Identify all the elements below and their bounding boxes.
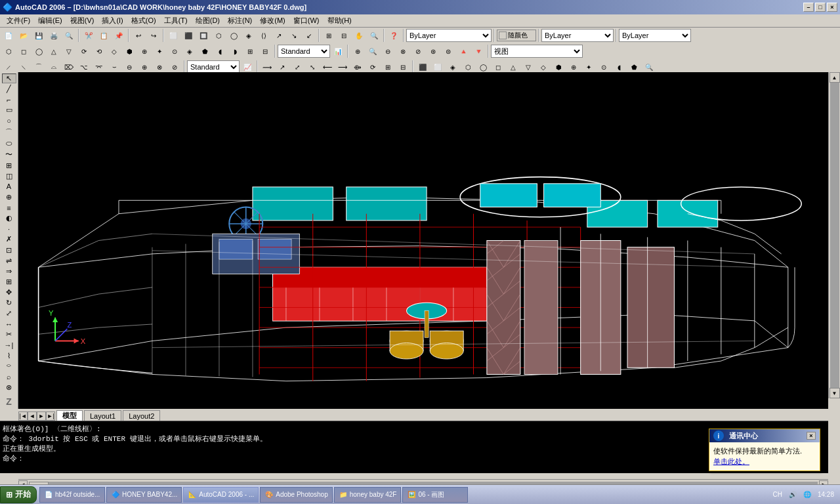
linetype-dropdown[interactable]: ByLayer: [541, 29, 614, 42]
tool-move[interactable]: ✥: [2, 287, 16, 297]
tb-snap2[interactable]: ⊟: [337, 28, 351, 43]
lineweight-dropdown[interactable]: ByLayer: [619, 29, 691, 42]
layer-dropdown[interactable]: ByLayer: [406, 29, 492, 42]
tb2-6[interactable]: ⟳: [77, 44, 91, 58]
tool-line[interactable]: ╱: [2, 84, 16, 94]
tb-cut[interactable]: ✂️: [81, 28, 96, 43]
tool-mirror[interactable]: ⇌: [2, 256, 16, 266]
tool-fillet[interactable]: ⌔: [2, 362, 16, 371]
tool-region[interactable]: ◫: [2, 171, 16, 181]
tb2-28[interactable]: 🔻: [471, 44, 486, 58]
tool-scale[interactable]: ⤢: [2, 308, 16, 318]
tb-copy[interactable]: 📋: [96, 28, 111, 43]
close-button[interactable]: ×: [827, 3, 837, 12]
tb2-2[interactable]: ◻: [16, 44, 31, 58]
tb2-25[interactable]: ⊛: [426, 44, 440, 58]
tab-nav-first[interactable]: |◄: [18, 411, 28, 421]
taskbar-item-hb42f[interactable]: 📄 hb42f outside...: [39, 487, 105, 503]
tb2-8[interactable]: ◇: [107, 44, 121, 58]
tool-erase[interactable]: ✗: [2, 234, 16, 244]
menu-draw[interactable]: 绘图(D): [192, 14, 224, 27]
tool-spline[interactable]: 〜: [2, 149, 16, 160]
tb-help[interactable]: ❓: [387, 28, 401, 43]
tab-layout2[interactable]: Layout2: [123, 410, 160, 421]
tool-array[interactable]: ⊞: [2, 277, 16, 287]
systray-lang[interactable]: CH: [771, 491, 784, 498]
start-button[interactable]: ⊞ 开始: [0, 486, 37, 503]
tool-polyline[interactable]: ⌐: [2, 94, 16, 104]
taskbar-item-folder[interactable]: 📁 honey baby 42F: [334, 487, 402, 503]
tb2-22[interactable]: ⊖: [381, 44, 395, 58]
scroll-down-button[interactable]: ▼: [830, 388, 840, 398]
tb2-24[interactable]: ⊘: [411, 44, 425, 58]
tb-new[interactable]: 📄: [1, 28, 16, 43]
tool-insert[interactable]: ⊕: [2, 192, 16, 202]
tool-stretch[interactable]: ↔: [2, 319, 16, 329]
tb2-12[interactable]: ⊙: [167, 44, 182, 58]
taskbar-item-paint[interactable]: 🖼️ 06 - 画图: [402, 487, 468, 503]
tb-b8[interactable]: ↗: [272, 28, 286, 43]
tb2-14[interactable]: ⬟: [198, 44, 212, 58]
tool-explode[interactable]: ⊗: [2, 383, 16, 392]
tb-b10[interactable]: ↙: [302, 28, 316, 43]
tab-nav-prev[interactable]: ◄: [28, 411, 37, 421]
notification-close-button[interactable]: ×: [807, 432, 816, 440]
tb-preview[interactable]: 🔍: [62, 28, 76, 43]
menu-modify[interactable]: 修改(M): [256, 14, 289, 27]
tb-b5[interactable]: ◯: [226, 28, 241, 43]
style-dropdown-2[interactable]: Standard: [187, 60, 240, 74]
tb2-3[interactable]: ◯: [32, 44, 46, 58]
tb-paste[interactable]: 📌: [112, 28, 126, 43]
tb2-4[interactable]: △: [47, 44, 61, 58]
scroll-up-button[interactable]: ▲: [830, 72, 840, 83]
tb-b7[interactable]: ⟨⟩: [257, 28, 271, 43]
tb-print[interactable]: 🖨️: [47, 28, 61, 43]
menu-help[interactable]: 帮助(H): [324, 14, 356, 27]
tab-nav-next[interactable]: ►: [37, 411, 46, 421]
tb-b4[interactable]: ⬡: [211, 28, 226, 43]
tb2-9[interactable]: ⬢: [122, 44, 136, 58]
tab-layout1[interactable]: Layout1: [84, 410, 121, 421]
menu-format[interactable]: 格式(O): [127, 14, 160, 27]
tb-snap[interactable]: ⊞: [322, 28, 336, 43]
tb2-17[interactable]: ⊞: [243, 44, 257, 58]
tb-b2[interactable]: ⬛: [181, 28, 196, 43]
tab-nav-last[interactable]: ►|: [46, 411, 55, 421]
tool-hatch[interactable]: ⊞: [2, 161, 16, 171]
tb-pan[interactable]: ✋: [352, 28, 366, 43]
tb-b3[interactable]: 🔲: [196, 28, 211, 43]
tool-offset[interactable]: ⇒: [2, 266, 16, 276]
taskbar-item-autocad[interactable]: 📐 AutoCAD 2006 - ...: [183, 487, 259, 503]
style-dropdown[interactable]: Standard: [278, 45, 330, 58]
tb-undo[interactable]: ↩: [131, 28, 146, 43]
menu-tools[interactable]: 工具(T): [160, 14, 192, 27]
tb-zoom[interactable]: 🔍: [367, 28, 381, 43]
tool-copy[interactable]: ⊡: [2, 245, 16, 255]
menu-view[interactable]: 视图(V): [66, 14, 98, 27]
tool-point[interactable]: ·: [2, 224, 16, 234]
tool-ellipse[interactable]: ⬭: [2, 138, 16, 148]
tb-b9[interactable]: ↘: [287, 28, 301, 43]
tb2-11[interactable]: ✦: [152, 44, 167, 58]
minimize-button[interactable]: –: [803, 3, 814, 12]
menu-window[interactable]: 窗口(W): [289, 14, 324, 27]
command-area[interactable]: 框体著色(O)] 〈二维线框〉: 命令： 3dorbit 按 ESC 或 ENT…: [0, 421, 828, 473]
tb2-7[interactable]: ⟲: [92, 44, 106, 58]
tool-extend[interactable]: →|: [2, 341, 16, 350]
tb2-21[interactable]: 🔍: [366, 44, 380, 58]
tool-gradient[interactable]: ◐: [2, 213, 16, 223]
tb2-23[interactable]: ⊗: [396, 44, 410, 58]
tb-open[interactable]: 📂: [16, 28, 31, 43]
menu-dimension[interactable]: 标注(N): [224, 14, 256, 27]
tb-redo[interactable]: ↪: [146, 28, 161, 43]
tb2-19[interactable]: 📊: [331, 44, 345, 58]
tb2-15[interactable]: ◖: [213, 44, 227, 58]
tool-rotate[interactable]: ↻: [2, 298, 16, 308]
taskbar-item-photoshop[interactable]: 🎨 Adobe Photoshop: [260, 487, 333, 503]
notification-link[interactable]: 单击此处。: [713, 457, 749, 465]
tb2-5[interactable]: ▽: [62, 44, 76, 58]
tb2-16[interactable]: ◗: [228, 44, 242, 58]
tool-trim[interactable]: ✂: [2, 329, 16, 339]
tb2-1[interactable]: ⬡: [1, 44, 16, 58]
tb2-27[interactable]: 🔺: [456, 44, 471, 58]
